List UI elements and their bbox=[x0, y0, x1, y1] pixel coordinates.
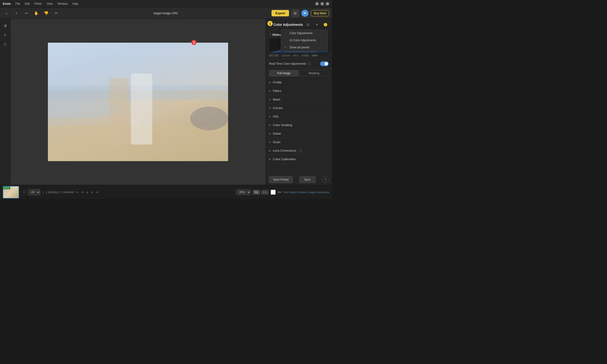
accordion-curves: ▶ Curves bbox=[266, 104, 332, 112]
minimize-button[interactable] bbox=[315, 2, 319, 5]
sidebar-adjust-icon[interactable]: ✦ bbox=[1, 31, 10, 39]
star-rating[interactable]: ★ ★ ★ ★ ★ bbox=[76, 190, 99, 194]
profile-label: Profile bbox=[273, 80, 282, 84]
basic-label: Basic bbox=[273, 98, 280, 101]
filter-dropdown[interactable]: All bbox=[28, 189, 40, 195]
left-sidebar: ◑ ✦ ⏱ bbox=[0, 19, 11, 185]
add-icon[interactable]: ＋ bbox=[13, 10, 20, 17]
rating-icon[interactable]: 👎 bbox=[43, 10, 50, 17]
avatar[interactable]: H bbox=[301, 10, 308, 17]
display-icon[interactable]: ⊞▾ bbox=[277, 191, 281, 194]
accordion-filters: ▶ Filters bbox=[266, 87, 332, 95]
save-preset-button[interactable]: Save Preset bbox=[269, 176, 293, 183]
accordion-header-grain[interactable]: ▶ Grain bbox=[266, 138, 332, 146]
accordion-header-curves[interactable]: ▶ Curves bbox=[266, 104, 332, 112]
buynow-button[interactable]: Buy Now bbox=[311, 10, 329, 16]
accordion-header-lens[interactable]: ▶ Lens Corrections i bbox=[266, 146, 332, 155]
focal-value: 115mm bbox=[281, 54, 290, 57]
sidebar-looks-icon[interactable]: ◑ bbox=[1, 21, 10, 30]
bg-color-swatch[interactable] bbox=[271, 190, 276, 195]
accordion-header-profile[interactable]: ▶ Profile bbox=[266, 78, 332, 87]
iso-value: ISO 250 bbox=[269, 54, 279, 57]
chevron-color-grading: ▶ bbox=[269, 124, 271, 126]
filmstrip-controls: RAW ⓘ All ↕ 1 photo(s) / 1 selected ★ ★ … bbox=[3, 186, 234, 198]
zoom-buttons: Fit 1:1 bbox=[253, 190, 269, 195]
main-toolbar: ⌂ ＋ ↩ ✋ 👎 ✏ target image.CR2 Export ⊞ H … bbox=[0, 8, 332, 19]
close-button[interactable] bbox=[326, 2, 329, 5]
zoom-select[interactable]: 35% bbox=[236, 189, 251, 195]
menu-help[interactable]: Help bbox=[72, 2, 78, 5]
step-badge-2: 2 bbox=[191, 40, 197, 45]
color-calibration-label: Color Calibration bbox=[273, 157, 296, 161]
histogram-chevron[interactable]: ▼ bbox=[269, 33, 272, 36]
chevron-curves: ▶ bbox=[269, 107, 271, 109]
export-button[interactable]: Export bbox=[272, 10, 289, 16]
accordion-lens: ▶ Lens Corrections i bbox=[266, 146, 332, 155]
dropdown-color-adjustments[interactable]: Color Adjustments bbox=[281, 30, 328, 37]
accordion-header-basic[interactable]: ▶ Basic bbox=[266, 95, 332, 104]
info-icon-bottom[interactable]: ⓘ bbox=[23, 190, 26, 194]
panel-face-icon[interactable]: 🙂 bbox=[322, 21, 329, 28]
color-grading-label: Color Grading bbox=[273, 123, 292, 127]
display-options: ⊞▾ bbox=[277, 191, 281, 194]
panel-chevron-icon[interactable]: ▾ bbox=[314, 21, 320, 28]
chevron-basic: ▶ bbox=[269, 98, 271, 101]
accordion-color-calibration: ▶ Color Calibration bbox=[266, 155, 332, 164]
sidebar-history-icon[interactable]: ⏱ bbox=[1, 40, 10, 49]
chevron-filters: ▶ bbox=[269, 90, 271, 92]
step-badge-1: 1 bbox=[267, 21, 273, 26]
check-icon-3: ✓ bbox=[284, 46, 288, 49]
color-match-link[interactable]: Color Match Feature Usage Instructions bbox=[283, 191, 329, 194]
accordion-header-color-grading[interactable]: ▶ Color Grading bbox=[266, 121, 332, 129]
menu-view[interactable]: View bbox=[47, 2, 53, 5]
hand-icon[interactable]: ✋ bbox=[33, 10, 40, 17]
right-panel-title-row: ⊞ Color Adjustments bbox=[269, 23, 303, 26]
tab-masking[interactable]: Masking bbox=[300, 70, 329, 76]
shutter-value: 1/320s bbox=[301, 54, 309, 57]
accordion-header-color-calibration[interactable]: ▶ Color Calibration bbox=[266, 155, 332, 163]
dropdown-show-all-panels[interactable]: ✓ Show all panels bbox=[281, 44, 328, 51]
panel-dropdown-menu: Color Adjustments AI Color Adjustments ✓… bbox=[281, 29, 328, 51]
help-button[interactable]: ? bbox=[322, 176, 329, 183]
titlebar: Evoto File Edit Photo View Window Help bbox=[0, 0, 332, 8]
chevron-lens: ▶ bbox=[269, 149, 271, 152]
svg-rect-5 bbox=[109, 78, 129, 144]
grain-label: Grain bbox=[273, 140, 280, 144]
filmstrip: RAW ⓘ All ↕ 1 photo(s) / 1 selected ★ ★ … bbox=[0, 185, 332, 199]
accordion-header-filters[interactable]: ▶ Filters bbox=[266, 87, 332, 95]
dropdown-label-3: Show all panels bbox=[290, 46, 309, 49]
sort-icon[interactable]: ↕ bbox=[42, 190, 44, 194]
photo-info-row: ISO 250 115mm f/4.0 1/320s RAW bbox=[269, 54, 329, 57]
accordion-detail: ▶ Detail bbox=[266, 130, 332, 138]
photo-svg: EVOTO EVOTO EVOTO bbox=[48, 43, 228, 161]
home-icon[interactable]: ⌂ bbox=[3, 10, 10, 17]
realtime-toggle[interactable] bbox=[320, 61, 329, 66]
menu-window[interactable]: Window bbox=[58, 2, 68, 5]
panel-layout-icon[interactable]: ⊟ bbox=[305, 21, 312, 28]
filmstrip-right: 35% Fit 1:1 ⊞▾ Color Match Feature Usage… bbox=[236, 189, 329, 195]
one-to-one-button[interactable]: 1:1 bbox=[261, 190, 269, 195]
accordion-header-hsl[interactable]: ▶ HSL bbox=[266, 112, 332, 121]
brush-icon[interactable]: ✏ bbox=[53, 10, 60, 17]
panel-toggle-icon[interactable]: ⊞ bbox=[291, 10, 299, 17]
fit-button[interactable]: Fit bbox=[253, 190, 260, 195]
undo-icon[interactable]: ↩ bbox=[23, 10, 30, 17]
lens-info-icon[interactable]: i bbox=[299, 149, 302, 152]
maximize-button[interactable] bbox=[321, 2, 324, 5]
menu-file[interactable]: File bbox=[15, 2, 20, 5]
tab-full-image[interactable]: Full Image bbox=[269, 70, 299, 76]
menu-edit[interactable]: Edit bbox=[25, 2, 30, 5]
dropdown-ai-color-adjustments[interactable]: AI Color Adjustments bbox=[281, 37, 328, 44]
menu-photo[interactable]: Photo bbox=[34, 2, 42, 5]
chevron-profile: ▶ bbox=[269, 81, 271, 84]
accordion-header-detail[interactable]: ▶ Detail bbox=[266, 130, 332, 138]
realtime-info-icon[interactable]: i bbox=[307, 62, 311, 65]
app-name[interactable]: Evoto bbox=[3, 2, 11, 5]
accordion-profile: ▶ Profile bbox=[266, 78, 332, 87]
accordion-color-grading: ▶ Color Grading bbox=[266, 121, 332, 130]
filters-label: Filters bbox=[273, 89, 281, 93]
filmstrip-thumb-wrap: RAW bbox=[3, 186, 19, 198]
sync-button[interactable]: Sync bbox=[299, 176, 316, 183]
bottom-link-area: Color Match Feature Usage Instructions bbox=[283, 191, 329, 194]
chevron-color-calibration: ▶ bbox=[269, 158, 271, 160]
